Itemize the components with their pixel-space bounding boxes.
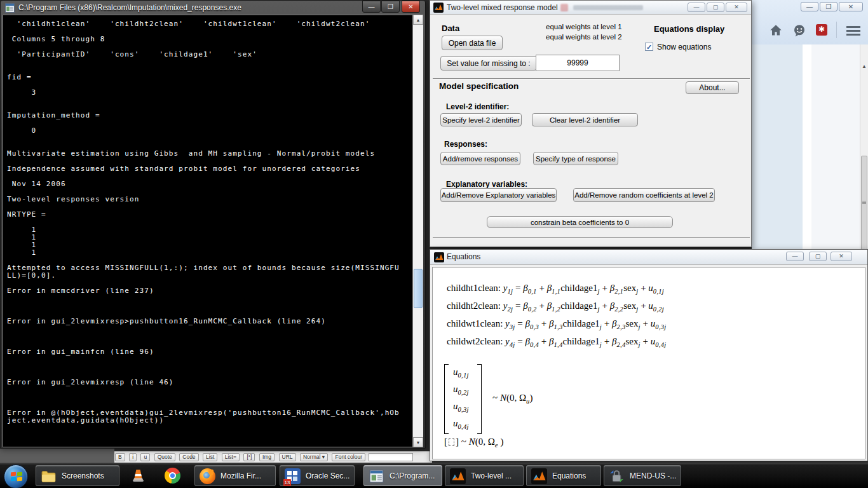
taskbar-button-mend-us[interactable]: MEND-US -... — [604, 465, 681, 486]
scrollbar-thumb[interactable] — [861, 156, 867, 251]
equations-window: Equations — ▢ ✕ childht1clean: y1j = β0,… — [430, 249, 868, 461]
section-divider — [433, 237, 750, 238]
taskbar-button-label: C:\Program... — [390, 471, 435, 480]
minimize-icon[interactable]: — — [362, 1, 381, 13]
forum-editor-toolbar: B i u Quote Code List List= [*] Img URL … — [114, 451, 432, 463]
lock-sync-icon — [609, 468, 625, 484]
scrollbar-thumb[interactable] — [414, 269, 423, 308]
minimize-icon[interactable]: — — [801, 2, 818, 11]
home-icon[interactable] — [770, 24, 782, 37]
open-data-file-button[interactable]: Open data file — [442, 36, 503, 50]
restore-icon[interactable]: ❐ — [820, 2, 837, 11]
taskbar-button-label: MEND-US -... — [630, 471, 676, 480]
e-distribution: [] ~ N(0, Ωe ) — [444, 437, 504, 449]
matlab-icon — [433, 3, 444, 13]
dialog-title-bar[interactable]: Two-level mixed response model — ▢ ✕ — [430, 1, 751, 15]
taskbar-button-two-level[interactable]: Two-level ... — [445, 465, 524, 486]
firefox-icon — [200, 468, 215, 484]
lastpass-icon[interactable]: ✱ — [816, 24, 827, 36]
editor-underline-button[interactable]: u — [140, 453, 150, 461]
notification-badge: 13 — [283, 479, 291, 486]
window-title: Equations — [447, 252, 480, 261]
maximize-icon[interactable]: ▢ — [809, 252, 827, 261]
u-distribution: ~ N(0, Ωu) — [492, 393, 533, 405]
editor-list-eq-button[interactable]: List= — [222, 453, 240, 461]
close-icon[interactable]: ✕ — [831, 252, 852, 261]
set-missing-value-button[interactable]: Set value for missing to : — [440, 56, 537, 71]
editor-font-colour-button[interactable]: Font colour — [332, 453, 365, 461]
vlc-icon — [130, 468, 146, 484]
section-divider — [433, 78, 750, 79]
editor-code-button[interactable]: Code — [179, 453, 198, 461]
specify-response-type-button[interactable]: Specify type of response — [533, 152, 618, 165]
editor-italic-button[interactable]: i — [129, 453, 137, 461]
editor-url-button[interactable]: URL — [279, 453, 296, 461]
ghost-tab-smudge — [573, 5, 643, 10]
equation-line: childwt2clean: y4j = β0,4 + β1,4childage… — [447, 336, 666, 348]
taskbar-button-oracle[interactable]: 13 Oracle Sec... — [280, 465, 355, 486]
restore-icon[interactable]: ❐ — [381, 1, 400, 13]
start-button[interactable] — [4, 464, 28, 488]
clear-level2-button[interactable]: Clear level-2 identifier — [532, 113, 638, 126]
close-icon[interactable]: ✕ — [402, 1, 420, 13]
window-title: C:\Program Files (x86)\Realcom\Imputatio… — [18, 3, 241, 12]
specify-level2-button[interactable]: Specify level-2 identifier — [440, 113, 522, 126]
minimize-icon[interactable]: — — [786, 252, 804, 261]
close-icon[interactable]: ✕ — [726, 3, 747, 12]
console-window-icon — [369, 468, 384, 484]
add-remove-random-coeff-button[interactable]: Add/Remove random coefficients at level … — [573, 188, 715, 202]
editor-list-button[interactable]: List — [203, 453, 217, 461]
scroll-down-icon[interactable]: ▼ — [413, 437, 423, 447]
scroll-up-icon[interactable]: ▲ — [413, 15, 423, 25]
scroll-up-icon[interactable]: ▲ — [862, 64, 867, 69]
editor-text-field[interactable] — [369, 453, 413, 461]
feedback-smiley-icon[interactable] — [793, 24, 806, 37]
editor-quote-button[interactable]: Quote — [154, 453, 175, 461]
taskbar-button-screenshots[interactable]: Screenshots — [36, 465, 119, 486]
close-icon[interactable]: ✕ — [839, 2, 863, 11]
folder-icon — [41, 468, 57, 484]
taskbar-button-vlc[interactable] — [122, 465, 155, 486]
vector-entry: u0,4j — [453, 418, 469, 430]
window-title-bar[interactable]: Equations — ▢ ✕ — [430, 250, 867, 265]
console-output-area[interactable]: 'childht1clean' 'childht2clean' 'childwt… — [3, 15, 414, 447]
show-equations-checkbox[interactable]: ✓ — [645, 43, 653, 51]
show-equations-label: Show equations — [657, 43, 711, 51]
taskbar-button-label: Two-level ... — [471, 471, 512, 480]
equation-line: childht2clean: y2j = β0,2 + β1,2childage… — [447, 301, 664, 313]
missing-value-field[interactable] — [536, 55, 620, 71]
weights-note-line1: equal weights at level 1 — [546, 23, 622, 30]
about-button[interactable]: About... — [686, 81, 739, 94]
editor-asterisk-button[interactable]: [*] — [243, 453, 255, 461]
taskbar-button-firefox[interactable]: Mozilla Fir... — [194, 465, 276, 486]
console-scrollbar[interactable]: ▲ ▼ — [412, 15, 423, 447]
editor-style-dropdown[interactable]: Normal ▾ — [300, 453, 328, 461]
oracle-grid-icon: 13 — [285, 468, 301, 484]
editor-img-button[interactable]: Img — [259, 453, 275, 461]
taskbar-button-chrome[interactable] — [156, 465, 189, 486]
model-spec-heading: Model specification — [439, 81, 519, 91]
vector-entry: u0,1j — [453, 367, 469, 379]
matlab-icon — [531, 468, 547, 484]
matlab-icon — [434, 252, 444, 262]
chrome-icon — [165, 468, 180, 484]
minimize-icon[interactable]: — — [688, 3, 705, 12]
two-level-model-dialog: Two-level mixed response model — ▢ ✕ Dat… — [430, 0, 752, 247]
taskbar-button-equations[interactable]: Equations — [526, 465, 601, 486]
add-remove-explanatory-button[interactable]: Add/Remove Explanatory variables — [440, 188, 557, 202]
editor-bold-button[interactable]: B — [115, 453, 125, 461]
data-section-heading: Data — [442, 24, 459, 33]
equation-line: childht1clean: y1j = β0,1 + β1,1childage… — [447, 283, 664, 295]
equations-display-heading: Equations display — [654, 24, 724, 34]
constrain-beta-button[interactable]: constrain beta coefficients to 0 — [487, 216, 673, 228]
vector-entry: u0,2j — [453, 384, 469, 396]
maximize-icon[interactable]: ▢ — [707, 3, 724, 12]
weights-note-line2: equal weights at level 2 — [546, 33, 622, 41]
responses-heading: Responses: — [444, 140, 487, 149]
add-remove-responses-button[interactable]: Add/remove responses — [440, 152, 520, 165]
right-bracket — [477, 364, 482, 434]
ghost-tab-smudge — [560, 4, 568, 11]
taskbar-button-console[interactable]: C:\Program... — [363, 465, 442, 486]
explanatory-variables-heading: Explanatory variables: — [446, 180, 527, 189]
menu-hamburger-icon[interactable] — [846, 26, 860, 36]
